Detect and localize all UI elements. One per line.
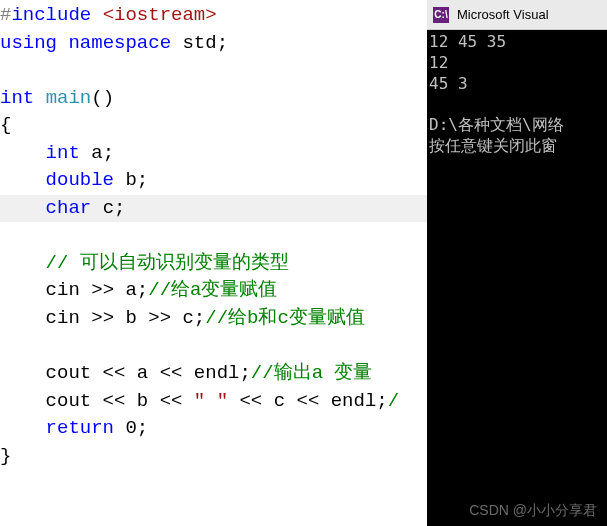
comment-bc: //给b和c变量赋值	[205, 307, 365, 329]
lit-zero: 0	[125, 417, 136, 439]
comment-outa: //输出a 变量	[251, 362, 373, 384]
include-lt: <	[103, 4, 114, 26]
fn-main: main	[46, 87, 92, 109]
id-std: std	[182, 32, 216, 54]
console-title: Microsoft Visual	[457, 7, 549, 22]
console-output[interactable]: 12 45 35 12 45 3 D:\各种文档\网络 按任意键关闭此窗	[427, 30, 607, 526]
kw-using: using	[0, 32, 57, 54]
comment-a: //给a变量赋值	[148, 279, 277, 301]
str-space: " "	[194, 390, 228, 412]
kw-return: return	[46, 417, 114, 439]
brace-open: {	[0, 114, 11, 136]
id-endl: endl	[194, 362, 240, 384]
id-cout: cout	[46, 362, 92, 384]
preproc-hash: #	[0, 4, 11, 26]
kw-int: int	[0, 87, 34, 109]
brace-close: }	[0, 445, 11, 467]
out-line1: 12 45 35	[429, 32, 506, 51]
vs-icon: C:\	[433, 7, 449, 23]
current-line: char c;	[0, 195, 427, 223]
include-gt: >	[205, 4, 216, 26]
kw-namespace: namespace	[68, 32, 171, 54]
comment-tail: /	[388, 390, 399, 412]
out-line2: 12	[429, 53, 448, 72]
console-panel: C:\ Microsoft Visual 12 45 35 12 45 3 D:…	[427, 0, 607, 526]
preproc-directive: include	[11, 4, 91, 26]
comment-auto: // 可以自动识别变量的类型	[46, 252, 289, 274]
code-editor[interactable]: #include <iostream> using namespace std;…	[0, 0, 427, 526]
out-path: D:\各种文档\网络	[429, 115, 564, 134]
console-titlebar[interactable]: C:\ Microsoft Visual	[427, 0, 607, 30]
include-header: iostream	[114, 4, 205, 26]
out-line3: 45 3	[429, 74, 468, 93]
id-cin: cin	[46, 279, 80, 301]
decl-int: int	[46, 142, 80, 164]
decl-double: double	[46, 169, 114, 191]
out-prompt: 按任意键关闭此窗	[429, 136, 557, 155]
decl-char: char	[46, 197, 92, 219]
